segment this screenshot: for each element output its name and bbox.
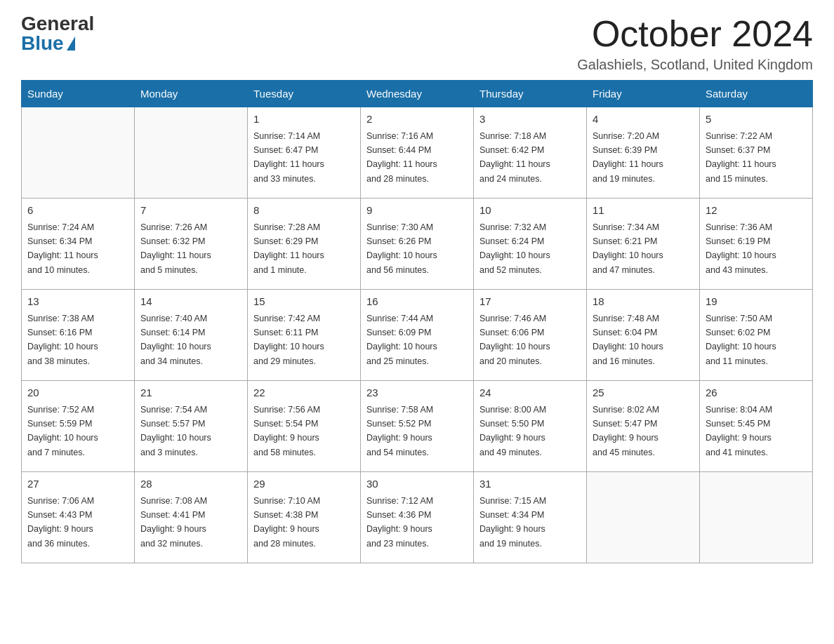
- day-number: 19: [706, 294, 807, 310]
- location-subtitle: Galashiels, Scotland, United Kingdom: [577, 57, 813, 73]
- calendar-cell: [22, 107, 135, 199]
- day-number: 8: [253, 203, 355, 219]
- day-number: 27: [27, 476, 128, 492]
- day-info: Sunrise: 7:52 AMSunset: 5:59 PMDaylight:…: [27, 405, 98, 457]
- day-info: Sunrise: 7:56 AMSunset: 5:54 PMDaylight:…: [253, 405, 320, 457]
- day-number: 24: [479, 385, 581, 401]
- calendar-cell: 8Sunrise: 7:28 AMSunset: 6:29 PMDaylight…: [248, 199, 361, 290]
- calendar-week-1: 1Sunrise: 7:14 AMSunset: 6:47 PMDaylight…: [22, 107, 813, 199]
- day-number: 1: [253, 112, 355, 128]
- day-info: Sunrise: 7:14 AMSunset: 6:47 PMDaylight:…: [253, 131, 324, 184]
- day-info: Sunrise: 7:28 AMSunset: 6:29 PMDaylight:…: [253, 222, 324, 275]
- day-number: 26: [706, 385, 807, 401]
- day-info: Sunrise: 7:46 AMSunset: 6:06 PMDaylight:…: [479, 314, 550, 366]
- day-info: Sunrise: 7:34 AMSunset: 6:21 PMDaylight:…: [593, 222, 663, 275]
- header-day-sunday: Sunday: [22, 81, 135, 107]
- calendar-week-2: 6Sunrise: 7:24 AMSunset: 6:34 PMDaylight…: [22, 199, 813, 290]
- day-number: 6: [27, 203, 128, 219]
- day-number: 13: [27, 294, 128, 310]
- day-number: 12: [706, 203, 807, 219]
- day-number: 14: [140, 294, 241, 310]
- calendar-cell: 30Sunrise: 7:12 AMSunset: 4:36 PMDayligh…: [361, 472, 474, 563]
- header-row: SundayMondayTuesdayWednesdayThursdayFrid…: [22, 81, 813, 107]
- logo-triangle-icon: [67, 36, 75, 51]
- day-number: 20: [27, 385, 128, 401]
- day-info: Sunrise: 7:24 AMSunset: 6:34 PMDaylight:…: [27, 222, 98, 275]
- day-info: Sunrise: 7:22 AMSunset: 6:37 PMDaylight:…: [706, 131, 776, 184]
- header-day-friday: Friday: [587, 81, 700, 107]
- calendar-week-4: 20Sunrise: 7:52 AMSunset: 5:59 PMDayligh…: [22, 381, 813, 472]
- day-info: Sunrise: 7:38 AMSunset: 6:16 PMDaylight:…: [27, 314, 98, 366]
- day-info: Sunrise: 7:54 AMSunset: 5:57 PMDaylight:…: [140, 405, 211, 457]
- calendar-cell: 19Sunrise: 7:50 AMSunset: 6:02 PMDayligh…: [700, 290, 813, 381]
- day-number: 21: [140, 385, 241, 401]
- day-info: Sunrise: 7:50 AMSunset: 6:02 PMDaylight:…: [706, 314, 776, 366]
- header-day-thursday: Thursday: [474, 81, 587, 107]
- day-info: Sunrise: 7:40 AMSunset: 6:14 PMDaylight:…: [140, 314, 211, 366]
- calendar-cell: 25Sunrise: 8:02 AMSunset: 5:47 PMDayligh…: [587, 381, 700, 472]
- calendar-cell: [135, 107, 248, 199]
- calendar-cell: 16Sunrise: 7:44 AMSunset: 6:09 PMDayligh…: [361, 290, 474, 381]
- day-number: 23: [366, 385, 468, 401]
- calendar-cell: 7Sunrise: 7:26 AMSunset: 6:32 PMDaylight…: [135, 199, 248, 290]
- logo-general-text: General: [21, 14, 94, 34]
- day-info: Sunrise: 7:20 AMSunset: 6:39 PMDaylight:…: [593, 131, 663, 184]
- calendar-cell: 28Sunrise: 7:08 AMSunset: 4:41 PMDayligh…: [135, 472, 248, 563]
- calendar-cell: [700, 472, 813, 563]
- day-info: Sunrise: 7:18 AMSunset: 6:42 PMDaylight:…: [479, 131, 550, 184]
- calendar-cell: 13Sunrise: 7:38 AMSunset: 6:16 PMDayligh…: [22, 290, 135, 381]
- day-number: 29: [253, 476, 355, 492]
- calendar-cell: 11Sunrise: 7:34 AMSunset: 6:21 PMDayligh…: [587, 199, 700, 290]
- calendar-week-3: 13Sunrise: 7:38 AMSunset: 6:16 PMDayligh…: [22, 290, 813, 381]
- day-info: Sunrise: 7:36 AMSunset: 6:19 PMDaylight:…: [706, 222, 776, 275]
- calendar-cell: 1Sunrise: 7:14 AMSunset: 6:47 PMDaylight…: [248, 107, 361, 199]
- day-info: Sunrise: 7:06 AMSunset: 4:43 PMDaylight:…: [27, 496, 94, 549]
- header-day-monday: Monday: [135, 81, 248, 107]
- day-info: Sunrise: 7:32 AMSunset: 6:24 PMDaylight:…: [479, 222, 550, 275]
- calendar-cell: 21Sunrise: 7:54 AMSunset: 5:57 PMDayligh…: [135, 381, 248, 472]
- day-number: 3: [479, 112, 581, 128]
- calendar-body: 1Sunrise: 7:14 AMSunset: 6:47 PMDaylight…: [22, 107, 813, 563]
- calendar-table: SundayMondayTuesdayWednesdayThursdayFrid…: [21, 80, 813, 563]
- day-info: Sunrise: 8:02 AMSunset: 5:47 PMDaylight:…: [593, 405, 659, 457]
- day-number: 28: [140, 476, 241, 492]
- calendar-cell: 2Sunrise: 7:16 AMSunset: 6:44 PMDaylight…: [361, 107, 474, 199]
- day-info: Sunrise: 7:58 AMSunset: 5:52 PMDaylight:…: [366, 405, 433, 457]
- calendar-cell: 10Sunrise: 7:32 AMSunset: 6:24 PMDayligh…: [474, 199, 587, 290]
- day-number: 7: [140, 203, 241, 219]
- calendar-cell: 31Sunrise: 7:15 AMSunset: 4:34 PMDayligh…: [474, 472, 587, 563]
- calendar-cell: 29Sunrise: 7:10 AMSunset: 4:38 PMDayligh…: [248, 472, 361, 563]
- day-number: 30: [366, 476, 468, 492]
- day-info: Sunrise: 7:08 AMSunset: 4:41 PMDaylight:…: [140, 496, 207, 549]
- day-number: 2: [366, 112, 468, 128]
- calendar-cell: 15Sunrise: 7:42 AMSunset: 6:11 PMDayligh…: [248, 290, 361, 381]
- day-number: 17: [479, 294, 581, 310]
- calendar-cell: 22Sunrise: 7:56 AMSunset: 5:54 PMDayligh…: [248, 381, 361, 472]
- calendar-cell: [587, 472, 700, 563]
- day-info: Sunrise: 7:48 AMSunset: 6:04 PMDaylight:…: [593, 314, 663, 366]
- calendar-week-5: 27Sunrise: 7:06 AMSunset: 4:43 PMDayligh…: [22, 472, 813, 563]
- calendar-cell: 14Sunrise: 7:40 AMSunset: 6:14 PMDayligh…: [135, 290, 248, 381]
- page-header: General Blue October 2024 Galashiels, Sc…: [21, 14, 813, 73]
- day-number: 15: [253, 294, 355, 310]
- calendar-cell: 12Sunrise: 7:36 AMSunset: 6:19 PMDayligh…: [700, 199, 813, 290]
- calendar-header: SundayMondayTuesdayWednesdayThursdayFrid…: [22, 81, 813, 107]
- month-title: October 2024: [577, 14, 813, 54]
- day-info: Sunrise: 7:12 AMSunset: 4:36 PMDaylight:…: [366, 496, 433, 549]
- logo-blue-text: Blue: [21, 34, 75, 53]
- day-info: Sunrise: 7:10 AMSunset: 4:38 PMDaylight:…: [253, 496, 320, 549]
- day-info: Sunrise: 7:16 AMSunset: 6:44 PMDaylight:…: [366, 131, 437, 184]
- calendar-cell: 18Sunrise: 7:48 AMSunset: 6:04 PMDayligh…: [587, 290, 700, 381]
- calendar-cell: 24Sunrise: 8:00 AMSunset: 5:50 PMDayligh…: [474, 381, 587, 472]
- calendar-cell: 17Sunrise: 7:46 AMSunset: 6:06 PMDayligh…: [474, 290, 587, 381]
- day-number: 22: [253, 385, 355, 401]
- day-number: 25: [593, 385, 694, 401]
- calendar-cell: 26Sunrise: 8:04 AMSunset: 5:45 PMDayligh…: [700, 381, 813, 472]
- day-info: Sunrise: 7:26 AMSunset: 6:32 PMDaylight:…: [140, 222, 211, 275]
- day-number: 31: [479, 476, 581, 492]
- day-number: 18: [593, 294, 694, 310]
- calendar-cell: 23Sunrise: 7:58 AMSunset: 5:52 PMDayligh…: [361, 381, 474, 472]
- day-info: Sunrise: 7:30 AMSunset: 6:26 PMDaylight:…: [366, 222, 437, 275]
- calendar-cell: 4Sunrise: 7:20 AMSunset: 6:39 PMDaylight…: [587, 107, 700, 199]
- calendar-cell: 27Sunrise: 7:06 AMSunset: 4:43 PMDayligh…: [22, 472, 135, 563]
